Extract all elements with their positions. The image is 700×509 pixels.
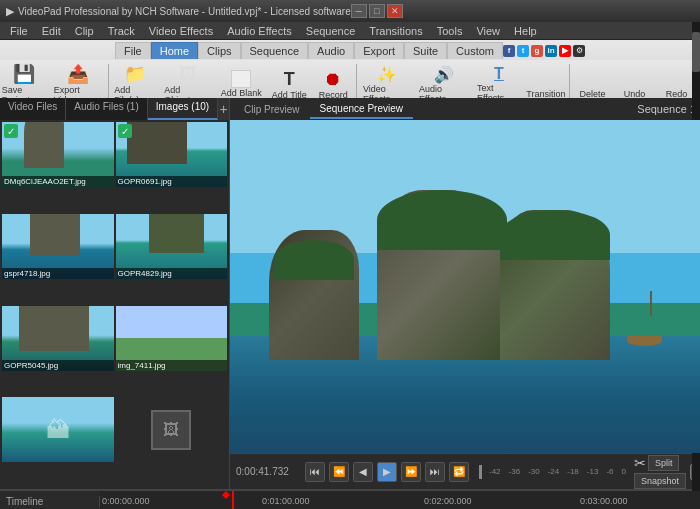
timeline-label: Timeline	[0, 496, 100, 507]
step-fwd-button[interactable]: ⏩	[401, 462, 421, 482]
tab-clip-preview[interactable]: Clip Preview	[234, 101, 310, 118]
thumbnail-rock	[19, 306, 89, 352]
tab-home[interactable]: Home	[151, 42, 198, 59]
transition-label: Transition	[526, 89, 565, 99]
menu-audio-effects[interactable]: Audio Effects	[221, 24, 298, 38]
menu-clip[interactable]: Clip	[69, 24, 100, 38]
step-back-button[interactable]: ⏪	[329, 462, 349, 482]
undo-label: Undo	[624, 89, 646, 99]
record-button[interactable]: ⏺ Record	[312, 67, 354, 102]
tab-images[interactable]: Images (10)	[148, 98, 218, 120]
media-item[interactable]: ✓ DMq6ClJEAAO2ET.jpg	[2, 122, 114, 187]
delete-button[interactable]: ✂ Delete	[572, 68, 614, 101]
settings-icon[interactable]: ⚙	[573, 45, 585, 57]
add-blank-icon	[231, 70, 251, 88]
undo-button[interactable]: ↩ Undo	[614, 68, 656, 101]
menu-view[interactable]: View	[470, 24, 506, 38]
boat-mast	[650, 291, 652, 316]
menu-track[interactable]: Track	[102, 24, 141, 38]
media-grid: ✓ DMq6ClJEAAO2ET.jpg ✓ GOPR0691.jpg gspr…	[0, 120, 229, 489]
tab-file[interactable]: File	[115, 42, 151, 59]
menu-help[interactable]: Help	[508, 24, 543, 38]
media-item[interactable]: 🖼	[116, 397, 228, 462]
media-item[interactable]: ✓ GOPR0691.jpg	[116, 122, 228, 187]
play-button[interactable]: ▶	[377, 462, 397, 482]
transition-icon: ⟶	[534, 70, 557, 89]
add-blank-label: Add Blank	[221, 88, 262, 98]
preview-tabs: Clip Preview Sequence Preview Sequence 1…	[230, 98, 700, 120]
goto-start-button[interactable]: ⏮	[305, 462, 325, 482]
maximize-button[interactable]: □	[369, 4, 385, 18]
rock-vegetation	[500, 210, 610, 260]
tab-suite[interactable]: Suite	[404, 42, 447, 59]
media-label: GOPR4829.jpg	[116, 268, 228, 279]
add-objects-icon: 🖼	[179, 64, 197, 85]
media-item[interactable]: 🏔	[2, 397, 114, 462]
right-panel: Clip Preview Sequence Preview Sequence 1…	[230, 98, 700, 489]
youtube-icon[interactable]: ▶	[559, 45, 571, 57]
tab-audio[interactable]: Audio	[308, 42, 354, 59]
undo-icon: ↩	[628, 70, 641, 89]
tab-sequence[interactable]: Sequence	[241, 42, 309, 59]
timeline-ruler: 0:00:00.000 0:01:00.000 0:02:00.000 0:03…	[100, 491, 700, 509]
thumbnail-rock	[149, 214, 204, 253]
play-back-button[interactable]: ◀	[353, 462, 373, 482]
menu-bar: File Edit Clip Track Video Effects Audio…	[0, 22, 700, 40]
transition-button[interactable]: ⟶ Transition	[525, 68, 567, 101]
minimize-button[interactable]: ─	[351, 4, 367, 18]
linkedin-icon[interactable]: in	[545, 45, 557, 57]
split-button[interactable]: Split	[648, 455, 680, 471]
google-icon[interactable]: g	[531, 45, 543, 57]
volume-thumb[interactable]	[479, 465, 482, 479]
media-item[interactable]: GOPR5045.jpg	[2, 306, 114, 371]
current-time: 0:00:41.732	[236, 466, 301, 477]
goto-end-button[interactable]: ⏭	[425, 462, 445, 482]
thumbnail-rock	[24, 122, 64, 168]
tab-custom[interactable]: Custom	[447, 42, 503, 59]
media-label: gspr4718.jpg	[2, 268, 114, 279]
loop-button[interactable]: 🔁	[449, 462, 469, 482]
ruler-time-1: 0:01:00.000	[262, 496, 310, 506]
media-item[interactable]: GOPR4829.jpg	[116, 214, 228, 279]
tab-video-files[interactable]: Video Files	[0, 98, 66, 120]
tab-audio-files[interactable]: Audio Files (1)	[66, 98, 147, 120]
media-item[interactable]: img_7411.jpg	[116, 306, 228, 371]
tab-clips[interactable]: Clips	[198, 42, 240, 59]
app-title: VideoPad Professional by NCH Software - …	[18, 6, 351, 17]
playback-controls: 0:00:41.732 ⏮ ⏪ ◀ ▶ ⏩ ⏭ 🔁 -42 -36 -30 -2…	[230, 453, 700, 489]
menu-edit[interactable]: Edit	[36, 24, 67, 38]
add-blank-button[interactable]: Add Blank	[216, 68, 266, 100]
scrollbar-thumb[interactable]	[692, 32, 700, 72]
thumbnail-placeholder: 🖼	[151, 410, 191, 450]
preview-title: Sequence 1	[637, 103, 696, 115]
audio-effects-icon: 🔊	[434, 65, 454, 84]
thumbnail-rock	[127, 122, 187, 164]
tab-sequence-preview[interactable]: Sequence Preview	[310, 100, 413, 119]
app-icon: ▶	[6, 5, 14, 18]
timeline: Timeline 0:00:00.000 0:01:00.000 0:02:00…	[0, 489, 700, 509]
playhead-diamond	[222, 491, 230, 499]
add-media-button[interactable]: +	[218, 98, 229, 120]
thumbnail-placeholder: 🏔	[46, 416, 70, 444]
menu-file[interactable]: File	[4, 24, 34, 38]
add-title-button[interactable]: T Add Title	[266, 67, 312, 102]
split-snapshot-group: ✂ Split Snapshot	[634, 455, 686, 489]
menu-sequence[interactable]: Sequence	[300, 24, 362, 38]
media-item[interactable]: gspr4718.jpg	[2, 214, 114, 279]
twitter-icon[interactable]: t	[517, 45, 529, 57]
menu-transitions[interactable]: Transitions	[363, 24, 428, 38]
menu-tools[interactable]: Tools	[431, 24, 469, 38]
save-icon: 💾	[13, 63, 35, 85]
thumbnail-rock	[30, 214, 80, 256]
redo-icon: ↪	[670, 70, 683, 89]
timeline-playhead-marker	[232, 491, 234, 509]
tab-export[interactable]: Export	[354, 42, 404, 59]
main-area: Video Files Audio Files (1) Images (10) …	[0, 98, 700, 489]
toolbar: File Home Clips Sequence Audio Export Su…	[0, 40, 700, 98]
rock-formation-1	[269, 230, 359, 360]
menu-video-effects[interactable]: Video Effects	[143, 24, 219, 38]
facebook-icon[interactable]: f	[503, 45, 515, 57]
scissors-icon[interactable]: ✂	[634, 455, 646, 471]
snapshot-button[interactable]: Snapshot	[634, 473, 686, 489]
close-button[interactable]: ✕	[387, 4, 403, 18]
